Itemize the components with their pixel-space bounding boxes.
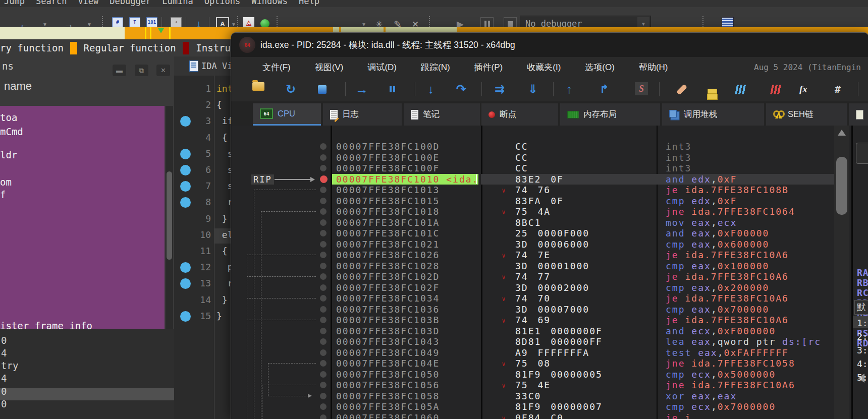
hide-fpu-button[interactable]: [856, 143, 868, 164]
register-name[interactable]: RA: [857, 267, 868, 278]
function-item[interactable]: ister_frame_info: [0, 320, 92, 329]
trace-dot[interactable]: [320, 143, 327, 150]
stop-icon[interactable]: [318, 82, 327, 96]
disasm-row[interactable]: 00007FFE38FC101583FA 0Fcmp edx,0xF: [231, 196, 834, 207]
bottom-row[interactable]: 0: [1, 335, 7, 346]
disasm-row[interactable]: 00007FFE38FC100ECCint3: [231, 152, 834, 163]
disasm-row[interactable]: 00007FFE38FC101A8BC1mov eax,ecx: [231, 217, 834, 228]
disasm-row[interactable]: 00007FFE38FC105081F9 00000005cmp ecx,0x5…: [231, 369, 834, 380]
trace-dot[interactable]: [320, 382, 327, 388]
trace-dot[interactable]: [320, 252, 327, 258]
step-over-icon[interactable]: ↷: [456, 82, 466, 96]
restart-icon[interactable]: ↻: [286, 82, 296, 96]
disassembly-scrollbar[interactable]: [834, 126, 849, 419]
bottom-row[interactable]: 4: [1, 373, 7, 384]
trace-dot[interactable]: [320, 284, 327, 291]
disasm-row[interactable]: 00007FFE38FC105833C0xor eax,eax: [231, 391, 834, 402]
tab-调用堆栈[interactable]: 调用堆栈: [662, 103, 764, 126]
register-name[interactable]: RB: [857, 277, 868, 288]
tab-笔记[interactable]: 笔记: [404, 103, 480, 126]
functions-list[interactable]: toamCmdldromfister_frame_info: [0, 106, 165, 329]
trace-dot[interactable]: [320, 230, 327, 236]
register-name[interactable]: RC: [857, 287, 868, 298]
x64dbg-menu-item[interactable]: 选项(O): [585, 62, 615, 73]
argument-row[interactable]: 4:: [857, 358, 868, 369]
bottom-row[interactable]: try: [1, 360, 18, 371]
disasm-row[interactable]: 00007FFE38FC102D∨74 77je ida.7FFE38FC10A…: [231, 271, 834, 282]
x64dbg-menu-item[interactable]: 帮助(H): [639, 62, 668, 73]
jump-number-icon[interactable]: #: [112, 17, 123, 27]
argument-row[interactable]: 3:: [857, 345, 868, 355]
disasm-row[interactable]: 00007FFE38FC10363D 00007000cmp eax,0x700…: [231, 304, 834, 315]
step-into-icon[interactable]: ↓: [428, 82, 434, 96]
argument-row[interactable]: 5:: [857, 372, 868, 383]
calling-convention-box[interactable]: 默: [854, 300, 868, 315]
warning-a-icon[interactable]: ▲A: [243, 17, 254, 28]
register-pane[interactable]: RARBRCRDRBRSRSRD 默 1:2:3:4:5:: [851, 126, 868, 419]
trace-dot[interactable]: [320, 371, 327, 378]
disasm-row[interactable]: 00007FFE38FC1018∨75 4Ajne ida.7FFE38FC10…: [231, 206, 834, 217]
dock-close-icon[interactable]: ✕: [156, 65, 170, 76]
ida-view-tab[interactable]: IDA Vie: [174, 56, 231, 76]
dock-float-icon[interactable]: ⧉: [135, 65, 148, 76]
ida-menu-windows[interactable]: Windows: [251, 0, 288, 6]
argument-row[interactable]: 1:: [857, 318, 868, 328]
disasm-row[interactable]: 00007FFE38FC1034∨74 70je ida.7FFE38FC10A…: [231, 293, 834, 304]
functions-scrollbar-thumb[interactable]: [167, 171, 172, 260]
animate-icon[interactable]: S: [635, 82, 648, 95]
run-to-cursor-icon[interactable]: ⇉: [495, 82, 505, 96]
x64dbg-menu-item[interactable]: 跟踪(N): [421, 62, 450, 73]
bottom-row[interactable]: 0: [1, 398, 7, 409]
tab-内存布局[interactable]: 内存布局: [560, 103, 660, 126]
trace-dot[interactable]: [320, 393, 327, 399]
bottom-row[interactable]: 0: [1, 386, 7, 397]
scrollbar-thumb[interactable]: [836, 157, 847, 215]
disasm-row[interactable]: 00007FFE38FC103B∨74 69je ida.7FFE38FC10A…: [231, 315, 834, 326]
ida-menu-debugger[interactable]: Debugger: [110, 0, 151, 6]
trace-dot[interactable]: [320, 295, 327, 302]
ida-menu-search[interactable]: Search: [36, 0, 67, 6]
functions-scrollbar[interactable]: [166, 106, 173, 329]
disasm-row[interactable]: 00007FFE38FC102F3D 00002000cmp eax,0x200…: [231, 282, 834, 293]
function-item[interactable]: mCmd: [0, 126, 23, 137]
disasm-row[interactable]: 00007FFE38FC1010 <ida.83E2 0Fand edx,0xF: [231, 174, 834, 185]
tab-断点[interactable]: 断点: [481, 103, 558, 126]
step-to-bottom-icon[interactable]: ⇓: [528, 82, 538, 96]
rip-breakpoint-dot[interactable]: [320, 175, 328, 183]
disasm-row[interactable]: 00007FFE38FC103D81E1 0000000Fand ecx,0xF…: [231, 326, 834, 337]
trace-dot[interactable]: [320, 360, 327, 367]
trace-dot[interactable]: [320, 306, 327, 313]
patch-icon[interactable]: [676, 82, 687, 96]
disasm-row[interactable]: 00007FFE38FC10213D 00006000cmp eax,0x600…: [231, 239, 834, 250]
ribbon-blue-icon[interactable]: [736, 82, 745, 96]
ida-menu-help[interactable]: Help: [299, 0, 319, 6]
functions-column-header[interactable]: name: [4, 80, 32, 93]
function-item[interactable]: f: [0, 189, 6, 200]
x64dbg-titlebar[interactable]: 64 ida.exe - PID: 25284 - 模块: ida.dll - …: [231, 33, 868, 57]
trace-dot[interactable]: [320, 241, 327, 248]
x64dbg-menu-item[interactable]: 文件(F): [262, 62, 291, 73]
disasm-row[interactable]: 00007FFE38FC104E∨75 08jne ida.7FFE38FC10…: [231, 358, 834, 369]
dock-minimize-icon[interactable]: ▬: [113, 65, 126, 76]
trace-dot[interactable]: [320, 198, 327, 204]
open-folder-icon[interactable]: [252, 82, 264, 91]
trace-dot[interactable]: [320, 219, 327, 226]
run-icon[interactable]: →: [355, 82, 368, 96]
trace-dot[interactable]: [320, 349, 327, 356]
tab-partial[interactable]: [849, 103, 868, 126]
trace-dot[interactable]: [320, 263, 327, 269]
jump-text-icon[interactable]: T: [129, 17, 140, 27]
scroll-up-icon[interactable]: [838, 130, 846, 136]
trace-dot[interactable]: [320, 187, 327, 193]
trace-dot[interactable]: [320, 273, 327, 280]
ida-menu-options[interactable]: Options: [204, 0, 241, 6]
function-fx-icon[interactable]: fx: [799, 82, 807, 96]
trace-dot[interactable]: [320, 165, 327, 171]
pause-icon[interactable]: [389, 82, 396, 96]
disasm-row[interactable]: 00007FFE38FC10283D 00001000cmp eax,0x100…: [231, 261, 834, 272]
tab-CPU[interactable]: 64CPU: [253, 103, 321, 126]
trace-dot[interactable]: [320, 338, 327, 345]
disasm-row[interactable]: 00007FFE38FC101C25 0000F000and eax,0xF00…: [231, 228, 834, 239]
trace-dot[interactable]: [320, 154, 327, 161]
trace-dot[interactable]: [320, 414, 327, 419]
